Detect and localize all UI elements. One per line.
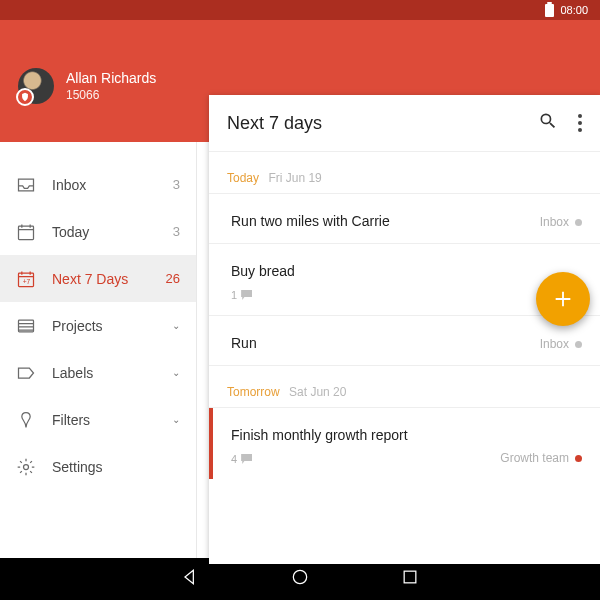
sidebar-item-label: Next 7 Days xyxy=(52,271,150,287)
profile-block[interactable]: Allan Richards 15066 xyxy=(18,68,156,104)
task-title: Finish monthly growth report xyxy=(231,427,582,443)
project-color-dot xyxy=(575,455,582,462)
sidebar-item-label: Labels xyxy=(52,365,156,381)
sidebar-item-count: 3 xyxy=(173,224,180,239)
svg-rect-6 xyxy=(404,571,416,583)
sidebar-item-filters[interactable]: Filters ⌄ xyxy=(0,396,196,443)
sidebar-item-today[interactable]: Today 3 xyxy=(0,208,196,255)
plus-icon xyxy=(552,288,574,310)
status-bar: 08:00 xyxy=(0,0,600,20)
svg-point-4 xyxy=(24,464,29,469)
sidebar-item-label: Settings xyxy=(52,459,180,475)
page-title: Next 7 days xyxy=(227,113,538,134)
search-icon xyxy=(538,111,558,131)
section-day: Tomorrow xyxy=(227,385,280,399)
recent-icon xyxy=(400,567,420,587)
svg-text:+7: +7 xyxy=(23,278,31,285)
task-list[interactable]: Today Fri Jun 19 Run two miles with Carr… xyxy=(209,152,600,564)
nav-home-button[interactable] xyxy=(290,567,310,591)
chevron-down-icon: ⌄ xyxy=(172,414,180,425)
sidebar-item-count: 3 xyxy=(173,177,180,192)
back-icon xyxy=(180,567,200,587)
sidebar-item-count: 26 xyxy=(166,271,180,286)
comment-icon xyxy=(241,454,252,464)
label-icon xyxy=(16,363,36,383)
sidebar-item-labels[interactable]: Labels ⌄ xyxy=(0,349,196,396)
calendar-week-icon: +7 xyxy=(16,269,36,289)
section-header-tomorrow: Tomorrow Sat Jun 20 xyxy=(209,365,600,407)
card-header: Next 7 days xyxy=(209,95,600,152)
task-project: Inbox xyxy=(540,215,582,229)
sidebar-item-next7days[interactable]: +7 Next 7 Days 26 xyxy=(0,255,196,302)
priority-indicator xyxy=(209,408,213,479)
section-date: Fri Jun 19 xyxy=(268,171,321,185)
android-nav-bar xyxy=(0,558,600,600)
chevron-down-icon: ⌄ xyxy=(172,320,180,331)
search-button[interactable] xyxy=(538,111,558,135)
sidebar-item-projects[interactable]: Projects ⌄ xyxy=(0,302,196,349)
task-title: Buy bread xyxy=(231,263,582,279)
battery-icon xyxy=(545,4,554,17)
task-item[interactable]: Run two miles with Carrie Inbox xyxy=(209,193,600,243)
sidebar-item-label: Filters xyxy=(52,412,156,428)
sidebar-item-label: Inbox xyxy=(52,177,157,193)
task-project: Inbox xyxy=(540,337,582,351)
task-item[interactable]: Finish monthly growth report 4 Growth te… xyxy=(209,407,600,479)
nav-recent-button[interactable] xyxy=(400,567,420,591)
projects-icon xyxy=(16,316,36,336)
clock: 08:00 xyxy=(560,4,588,16)
gear-icon xyxy=(16,457,36,477)
add-task-fab[interactable] xyxy=(536,272,590,326)
main-card: Next 7 days Today Fri Jun 19 xyxy=(209,95,600,564)
task-project: Growth team xyxy=(500,451,582,465)
task-title: Run two miles with Carrie xyxy=(231,213,582,229)
task-item[interactable]: Run Inbox xyxy=(209,315,600,365)
filter-icon xyxy=(16,410,36,430)
task-title: Run xyxy=(231,335,582,351)
chevron-down-icon: ⌄ xyxy=(172,367,180,378)
project-color-dot xyxy=(575,219,582,226)
more-vert-icon xyxy=(578,114,582,118)
user-name: Allan Richards xyxy=(66,70,156,86)
project-color-dot xyxy=(575,341,582,348)
section-day: Today xyxy=(227,171,259,185)
home-icon xyxy=(290,567,310,587)
nav-back-button[interactable] xyxy=(180,567,200,591)
sidebar-item-settings[interactable]: Settings xyxy=(0,443,196,490)
section-date: Sat Jun 20 xyxy=(289,385,346,399)
sidebar-item-inbox[interactable]: Inbox 3 xyxy=(0,161,196,208)
task-comments: 1 xyxy=(231,289,582,301)
calendar-today-icon xyxy=(16,222,36,242)
user-karma: 15066 xyxy=(66,88,156,102)
sidebar: Inbox 3 Today 3 +7 Next 7 Days 26 xyxy=(0,142,197,558)
overflow-menu-button[interactable] xyxy=(578,114,582,132)
inbox-icon xyxy=(16,175,36,195)
svg-point-5 xyxy=(293,570,306,583)
section-header-today: Today Fri Jun 19 xyxy=(209,152,600,193)
sidebar-item-label: Today xyxy=(52,224,157,240)
svg-rect-0 xyxy=(19,226,34,239)
karma-badge-icon xyxy=(16,88,34,106)
comment-icon xyxy=(241,290,252,300)
sidebar-item-label: Projects xyxy=(52,318,156,334)
